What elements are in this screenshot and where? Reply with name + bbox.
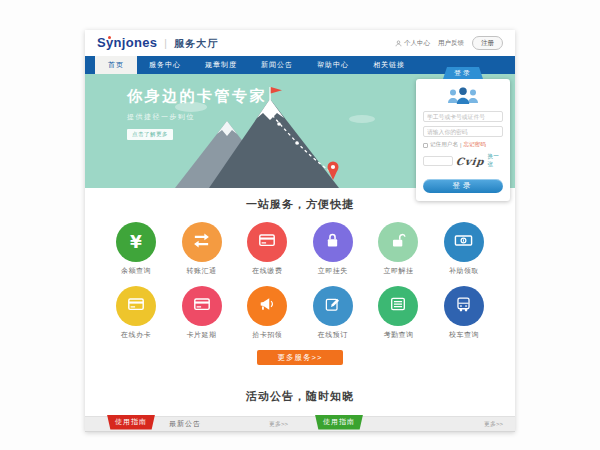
hero-subtitle: 提供捷径一步到位: [127, 112, 267, 122]
service-item[interactable]: 校车查询: [433, 286, 495, 340]
hero-title: 你身边的卡管专家: [127, 87, 267, 106]
credit-card-icon: [193, 295, 211, 317]
service-label: 转账汇通: [187, 266, 217, 276]
register-button[interactable]: 注册: [472, 36, 503, 50]
service-item[interactable]: 拾卡招领: [236, 286, 298, 340]
remember-label: 记住用户名: [430, 141, 458, 149]
captcha-row: Cvip 换一张: [423, 153, 503, 169]
nav-item[interactable]: 帮助中心: [305, 56, 361, 74]
hero-cta-button[interactable]: 点击了解更多: [127, 129, 173, 140]
services-section: 一站服务，方便快捷 ¥ 余额查询 转账汇通 在线缴费: [85, 188, 515, 365]
announcements-right-panel: 使用指南 更多>>: [300, 417, 515, 431]
service-item[interactable]: 在线缴费: [236, 222, 298, 276]
service-item[interactable]: 卡片延期: [171, 286, 233, 340]
lock-closed-icon: [324, 232, 341, 253]
user-feedback-link[interactable]: 用户反馈: [438, 39, 464, 48]
user-icon: [395, 40, 402, 47]
captcha-input[interactable]: [423, 156, 453, 166]
users-group-icon: [445, 86, 481, 106]
service-item[interactable]: ¥ 余额查询: [105, 222, 167, 276]
usage-guide-tab-red[interactable]: 使用指南: [107, 415, 155, 430]
logo-text-prefix: S: [97, 35, 106, 50]
service-label: 卡片延期: [187, 330, 217, 340]
login-panel: 登录 记住用户名 | 忘记密码 Cvip 换一张: [416, 67, 510, 201]
service-label: 拾卡招领: [252, 330, 282, 340]
announcements-left-panel: 使用指南 最新公告 更多>>: [85, 417, 300, 431]
lock-open-icon: [390, 232, 407, 253]
credit-card-icon: [258, 231, 276, 253]
service-label: 立即挂失: [318, 266, 348, 276]
more-link-left[interactable]: 更多>>: [269, 420, 288, 429]
header-right: 个人中心 用户反馈 注册: [395, 36, 503, 50]
service-item[interactable]: 在线预订: [302, 286, 364, 340]
product-name: 服务大厅: [174, 37, 218, 51]
service-item[interactable]: 转账汇通: [171, 222, 233, 276]
nav-item[interactable]: 规章制度: [193, 56, 249, 74]
header: S y njones | 服务大厅 个人中心 用户反馈 注册: [85, 30, 515, 56]
service-label: 补助领取: [449, 266, 479, 276]
credit-card-icon: [127, 295, 145, 317]
logo-divider: |: [164, 38, 167, 49]
service-item[interactable]: 在线办卡: [105, 286, 167, 340]
service-item[interactable]: 立即解挂: [367, 222, 429, 276]
hero-banner: 你身边的卡管专家 提供捷径一步到位 点击了解更多 登录: [85, 74, 515, 188]
service-label: 立即解挂: [383, 266, 413, 276]
announcements-title: 活动公告，随时知晓: [85, 389, 515, 404]
services-row-1: ¥ 余额查询 转账汇通 在线缴费 立即挂失: [85, 222, 515, 276]
attendance-card-icon: [389, 295, 407, 317]
service-label: 余额查询: [121, 266, 151, 276]
forgot-password-link[interactable]: 忘记密码: [463, 141, 485, 149]
remember-row: 记住用户名 | 忘记密码: [423, 141, 503, 149]
service-label: 考勤查询: [383, 330, 413, 340]
service-label: 在线缴费: [252, 266, 282, 276]
nav-item[interactable]: 首页: [95, 56, 137, 74]
announcements-section: 活动公告，随时知晓 使用指南 最新公告 更多>> 使用指南 更多>>: [85, 389, 515, 432]
megaphone-icon: [258, 295, 276, 317]
nav-item[interactable]: 服务中心: [137, 56, 193, 74]
login-tab[interactable]: 登录: [443, 67, 483, 79]
site-container: S y njones | 服务大厅 个人中心 用户反馈 注册 首页 服务中心 规…: [85, 30, 515, 432]
captcha-refresh-link[interactable]: 换一张: [488, 153, 503, 169]
username-input[interactable]: [423, 111, 503, 122]
nav-item[interactable]: 相关链接: [361, 56, 417, 74]
announcements-bar: 使用指南 最新公告 更多>> 使用指南 更多>>: [85, 416, 515, 432]
password-input[interactable]: [423, 126, 503, 137]
hero-text: 你身边的卡管专家 提供捷径一步到位 点击了解更多: [127, 87, 267, 140]
service-item[interactable]: 补助领取: [433, 222, 495, 276]
remember-checkbox[interactable]: [423, 143, 428, 148]
service-label: 在线办卡: [121, 330, 151, 340]
usage-guide-tab-green[interactable]: 使用指南: [315, 415, 363, 430]
yen-icon: ¥: [130, 232, 142, 252]
captcha-image[interactable]: Cvip: [455, 156, 485, 167]
brand-logo[interactable]: S y njones | 服务大厅: [97, 35, 218, 51]
transfer-arrows-icon: [192, 231, 211, 254]
logo-text-y: y: [106, 35, 114, 50]
remember-divider: |: [460, 142, 461, 148]
latest-announcements-tab[interactable]: 最新公告: [169, 419, 201, 429]
services-row-2: 在线办卡 卡片延期 拾卡招领 在线预订: [85, 286, 515, 340]
service-label: 校车查询: [449, 330, 479, 340]
more-services-button[interactable]: 更多服务>>: [257, 350, 343, 365]
nav-item[interactable]: 新闻公告: [249, 56, 305, 74]
more-link-right[interactable]: 更多>>: [484, 420, 503, 429]
banknote-icon: [454, 231, 473, 254]
login-card: 记住用户名 | 忘记密码 Cvip 换一张 登录: [416, 79, 510, 201]
logo-text-suffix: njones: [114, 35, 158, 50]
edit-icon: [324, 296, 341, 317]
personal-center-link[interactable]: 个人中心: [395, 39, 430, 48]
bus-icon: [455, 296, 472, 317]
login-submit-button[interactable]: 登录: [423, 179, 503, 193]
service-item[interactable]: 考勤查询: [367, 286, 429, 340]
service-item[interactable]: 立即挂失: [302, 222, 364, 276]
service-label: 在线预订: [318, 330, 348, 340]
